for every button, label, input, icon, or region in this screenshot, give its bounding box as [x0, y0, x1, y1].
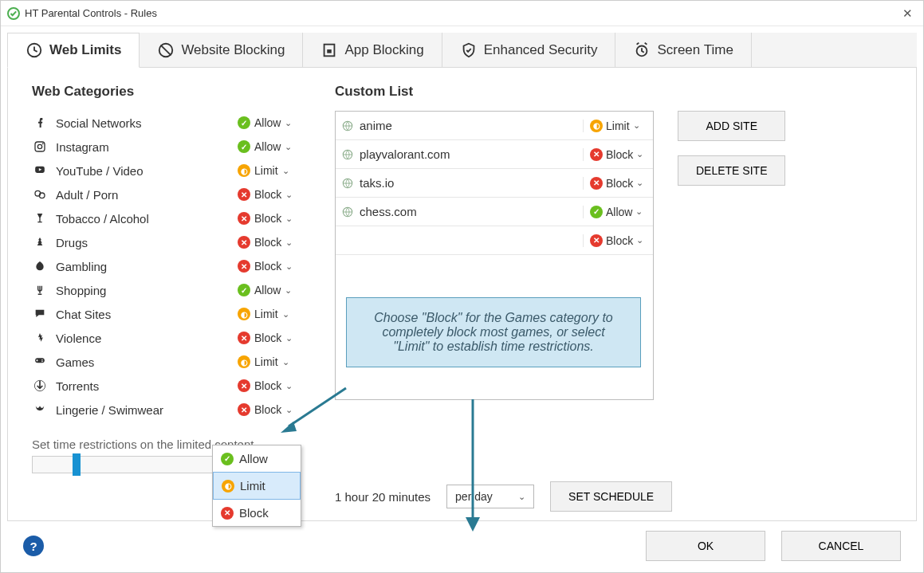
help-button[interactable]: ?	[23, 536, 44, 556]
custom-site-row[interactable]: playvalorant.com✕Block⌄	[336, 140, 653, 169]
category-row: Games◐Limit⌄	[32, 350, 303, 374]
category-row: Torrents✕Block⌄	[32, 374, 303, 398]
add-site-button[interactable]: ADD SITE	[678, 111, 785, 141]
svg-marker-25	[466, 517, 480, 532]
callout-arrow-down	[461, 399, 485, 533]
custom-site-name: chess.com	[360, 205, 583, 218]
custom-site-action-dropdown[interactable]: ✕Block⌄	[583, 177, 647, 190]
action-dropdown-popup[interactable]: ✓ Allow ◐ Limit ✕ Block	[212, 445, 301, 527]
block-icon: ✕	[590, 148, 603, 161]
chevron-down-icon: ⌄	[282, 309, 289, 320]
dd-label: Allow	[239, 452, 268, 465]
tab-website-blocking[interactable]: Website Blocking	[140, 33, 303, 67]
category-icon	[32, 163, 48, 179]
tabstrip: Web Limits Website Blocking App Blocking…	[7, 33, 917, 68]
set-schedule-button[interactable]: SET SCHEDULE	[550, 481, 672, 512]
category-label: YouTube / Video	[56, 164, 238, 178]
category-action-label: Block	[254, 212, 281, 225]
category-action-dropdown[interactable]: ✕Block⌄	[238, 260, 303, 273]
category-row: Chat Sites◐Limit⌄	[32, 302, 303, 326]
custom-site-action-dropdown[interactable]: ◐Limit⌄	[583, 120, 647, 132]
custom-site-row[interactable]: taks.io✕Block⌄	[336, 169, 653, 198]
svg-rect-5	[328, 49, 332, 53]
category-action-dropdown[interactable]: ✕Block⌄	[238, 236, 303, 249]
category-label: Torrents	[56, 379, 238, 393]
tab-label: Screen Time	[657, 42, 733, 58]
category-action-dropdown[interactable]: ✓Allow⌄	[238, 140, 303, 153]
svg-point-16	[41, 361, 43, 363]
globe-icon	[342, 120, 353, 131]
slider-handle[interactable]	[73, 453, 81, 476]
category-action-dropdown[interactable]: ◐Limit⌄	[238, 164, 303, 177]
tab-app-blocking[interactable]: App Blocking	[303, 33, 442, 67]
limit-icon: ◐	[238, 355, 250, 368]
dd-label: Limit	[240, 479, 265, 493]
time-period-select[interactable]: per day ⌄	[446, 485, 534, 508]
category-action-label: Allow	[254, 140, 281, 153]
custom-site-action-dropdown[interactable]: ✕Block⌄	[583, 234, 647, 247]
custom-site-action-dropdown[interactable]: ✕Block⌄	[583, 148, 647, 161]
chevron-down-icon: ⌄	[518, 492, 525, 502]
chevron-down-icon: ⌄	[285, 261, 293, 272]
category-row: Gambling✕Block⌄	[32, 254, 303, 278]
tab-label: Web Limits	[49, 42, 121, 58]
web-categories-heading: Web Categories	[32, 84, 303, 100]
category-label: Shopping	[56, 284, 238, 297]
category-icon	[32, 354, 48, 370]
svg-point-15	[41, 359, 43, 361]
category-action-dropdown[interactable]: ◐Limit⌄	[238, 308, 303, 320]
category-icon	[32, 330, 48, 346]
dropdown-item-block[interactable]: ✕ Block	[213, 500, 301, 526]
dropdown-item-limit[interactable]: ◐ Limit	[213, 472, 301, 500]
category-action-dropdown[interactable]: ✕Block⌄	[238, 332, 303, 344]
custom-site-action-label: Block	[606, 177, 633, 190]
dropdown-item-allow[interactable]: ✓ Allow	[213, 445, 301, 472]
custom-site-row[interactable]: chess.com✓Allow⌄	[336, 198, 653, 226]
ok-button[interactable]: OK	[646, 531, 765, 561]
block-icon: ✕	[238, 403, 250, 416]
category-action-dropdown[interactable]: ◐Limit⌄	[238, 355, 303, 368]
category-icon	[32, 306, 48, 322]
allow-icon: ✓	[238, 284, 250, 296]
allow-icon: ✓	[238, 140, 250, 153]
delete-site-button[interactable]: DELETE SITE	[678, 155, 785, 186]
category-action-label: Limit	[254, 308, 278, 320]
chevron-down-icon: ⌄	[285, 190, 293, 200]
cancel-button[interactable]: CANCEL	[781, 531, 901, 561]
svg-line-22	[289, 388, 346, 426]
block-icon: ✕	[221, 507, 234, 520]
category-action-dropdown[interactable]: ✓Allow⌄	[238, 116, 303, 129]
category-action-dropdown[interactable]: ✕Block⌄	[238, 212, 303, 225]
category-label: Social Networks	[56, 116, 238, 130]
chevron-down-icon: ⌄	[635, 206, 643, 217]
category-icon	[32, 282, 48, 298]
custom-site-row[interactable]: ✕Block⌄	[336, 226, 653, 255]
chevron-down-icon: ⌄	[636, 149, 643, 159]
category-action-dropdown[interactable]: ✓Allow⌄	[238, 284, 303, 296]
custom-site-row[interactable]: anime◐Limit⌄	[336, 112, 653, 140]
chevron-down-icon: ⌄	[285, 237, 293, 248]
custom-site-action-label: Block	[606, 234, 633, 247]
clock-icon	[26, 41, 43, 59]
tab-screen-time[interactable]: Screen Time	[615, 33, 751, 67]
block-icon: ✕	[590, 234, 603, 247]
chevron-down-icon: ⌄	[285, 333, 293, 343]
tab-label: Enhanced Security	[484, 42, 598, 58]
window-title: HT Parental Controls - Rules	[25, 7, 898, 19]
app-window: HT Parental Controls - Rules ✕ Web Limit…	[0, 0, 924, 573]
svg-point-9	[42, 143, 44, 144]
custom-site-action-dropdown[interactable]: ✓Allow⌄	[583, 206, 647, 218]
tab-enhanced-security[interactable]: Enhanced Security	[442, 33, 616, 67]
tab-web-limits[interactable]: Web Limits	[7, 33, 140, 68]
limit-icon: ◐	[590, 120, 603, 132]
category-label: Adult / Porn	[56, 188, 238, 202]
category-icon	[32, 378, 48, 394]
category-action-label: Block	[254, 188, 281, 201]
chevron-down-icon: ⌄	[282, 166, 289, 176]
svg-line-3	[161, 45, 171, 55]
category-action-dropdown[interactable]: ✕Block⌄	[238, 188, 303, 201]
close-button[interactable]: ✕	[898, 6, 917, 21]
custom-site-name: taks.io	[360, 176, 583, 190]
allow-icon: ✓	[221, 453, 234, 465]
chevron-down-icon: ⌄	[636, 235, 643, 245]
